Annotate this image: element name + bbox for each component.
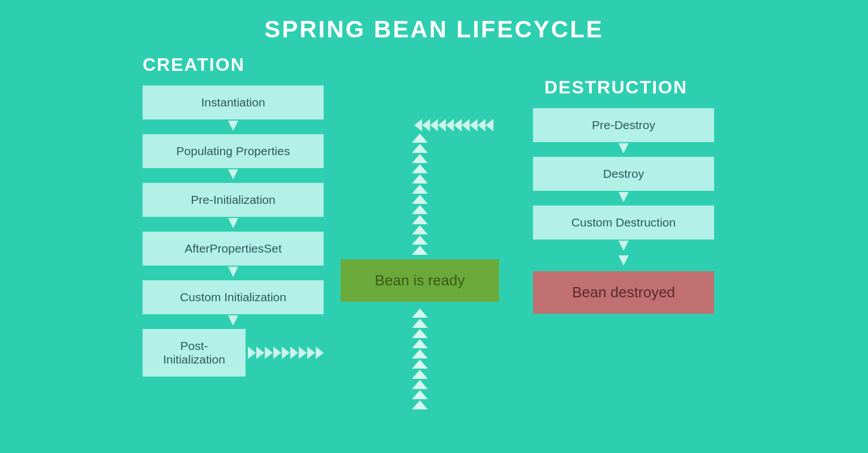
step-after-props: AfterPropertiesSet [143,232,324,266]
step-custom-destruction: Custom Destruction [533,206,714,240]
step-pre-destroy: Pre-Destroy [533,108,714,142]
svg-marker-0 [228,121,238,131]
page-title: SPRING BEAN LIFECYCLE [0,0,868,49]
creation-title: CREATION [143,54,245,75]
svg-marker-8 [618,255,629,266]
svg-marker-3 [228,267,238,277]
destruction-title: DESTRUCTION [544,77,687,98]
h-arrows-to-center [248,347,324,359]
arrow-down-d4 [533,255,714,268]
arrow-down-d1 [533,143,714,156]
svg-marker-4 [228,315,238,326]
arrow-down-d3 [533,241,714,253]
step-post-init: Post-Initialization [143,329,246,377]
arrow-down-2 [143,169,324,182]
creation-section: CREATION Instantiation Populating Proper… [143,54,335,377]
top-h-arrows [414,119,493,131]
step-destroy: Destroy [533,157,714,191]
arrow-down-4 [143,267,324,279]
bean-destroyed-box: Bean destroyed [533,271,714,314]
step-populating: Populating Properties [143,134,324,168]
post-init-row: Post-Initialization [143,329,324,377]
vertical-chevrons-up-2 [412,309,428,409]
arrow-down-d2 [533,192,714,204]
vertical-chevrons-up [412,134,428,255]
svg-marker-7 [618,241,629,251]
step-instantiation: Instantiation [143,86,324,119]
arrow-down-1 [143,121,324,133]
arrow-down-3 [143,218,324,230]
svg-marker-6 [618,192,629,202]
bean-ready-box: Bean is ready [341,259,499,302]
svg-marker-1 [228,169,238,180]
destruction-section: DESTRUCTION Pre-Destroy Destroy Custom D… [533,77,725,314]
svg-marker-5 [618,143,629,153]
step-custom-init: Custom Initialization [143,280,324,314]
step-pre-init: Pre-Initialization [143,183,324,217]
arrow-down-5 [143,315,324,328]
center-section: Bean is ready [341,119,499,409]
svg-marker-2 [228,218,238,228]
